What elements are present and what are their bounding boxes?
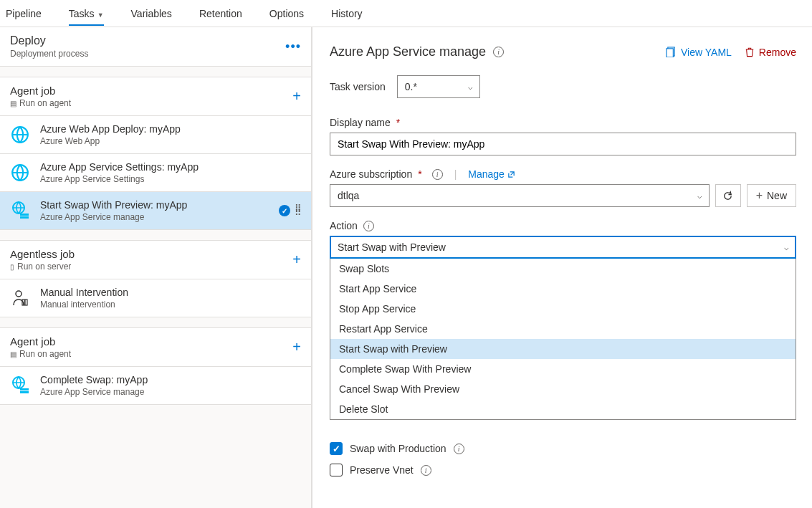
task-title: Complete Swap: myApp — [40, 374, 148, 385]
tab-variables[interactable]: Variables — [131, 2, 172, 25]
job-title: Agent job — [10, 335, 71, 348]
action-option[interactable]: Swap Slots — [330, 259, 796, 279]
info-icon[interactable]: i — [493, 47, 504, 57]
stage-subtitle: Deployment process — [10, 49, 88, 59]
task-version-select[interactable]: 0.* — [397, 75, 480, 98]
task-title: Start Swap With Preview: myApp — [40, 199, 187, 211]
view-yaml-button[interactable]: View YAML — [666, 47, 732, 58]
job-title: Agent job — [10, 85, 71, 97]
spacer — [0, 67, 311, 77]
add-task-button[interactable]: + — [292, 251, 301, 268]
tab-retention[interactable]: Retention — [199, 2, 242, 25]
agent-job-1-header[interactable]: Agent job ▤Run on agent + — [0, 77, 311, 116]
display-name-row: Display name * — [330, 117, 796, 155]
job-subtitle: ▯Run on server — [10, 262, 75, 272]
main-layout: Deploy Deployment process ••• Agent job … — [0, 27, 812, 508]
job-subtitle: ▤Run on agent — [10, 98, 71, 108]
swap-production-row: Swap with Production i — [330, 442, 796, 455]
info-icon[interactable]: i — [421, 465, 431, 476]
action-select[interactable]: Start Swap with Preview — [330, 236, 796, 259]
action-option[interactable]: Delete Slot — [330, 399, 796, 419]
new-subscription-button[interactable]: +New — [747, 184, 796, 207]
tab-tasks[interactable]: Tasks▼ — [69, 2, 104, 25]
tab-tasks-label: Tasks — [69, 8, 95, 19]
more-options-icon[interactable]: ••• — [285, 39, 301, 54]
job-title: Agentless job — [10, 248, 75, 260]
action-option[interactable]: Start Swap with Preview — [330, 339, 796, 359]
task-title: Manual Intervention — [40, 287, 128, 298]
task-manual-intervention[interactable]: Manual Intervention Manual intervention — [0, 279, 311, 317]
action-option[interactable]: Complete Swap With Preview — [330, 359, 796, 379]
svg-rect-12 — [667, 49, 673, 57]
task-subtitle: Azure App Service manage — [40, 387, 148, 397]
preserve-vnet-checkbox[interactable] — [330, 464, 343, 476]
globe-stack-icon — [10, 201, 30, 221]
task-subtitle: Azure App Service manage — [40, 212, 187, 222]
drag-handle-icon[interactable]: ⠿⠿ — [295, 206, 301, 215]
task-version-label: Task version — [330, 81, 386, 92]
tab-history[interactable]: History — [331, 2, 363, 25]
action-dropdown[interactable]: Swap Slots Start App Service Stop App Se… — [330, 259, 796, 420]
action-option[interactable]: Cancel Swap With Preview — [330, 379, 796, 399]
right-header: Azure App Service manage i View YAML Rem… — [330, 44, 796, 59]
tab-pipeline[interactable]: Pipeline — [6, 2, 42, 25]
task-row-actions: ⠿⠿ — [279, 205, 301, 216]
display-name-label: Display name * — [330, 117, 796, 128]
add-task-button[interactable]: + — [292, 88, 301, 105]
task-subtitle: Manual intervention — [40, 299, 128, 310]
task-start-swap-preview[interactable]: Start Swap With Preview: myApp Azure App… — [0, 192, 311, 230]
preserve-vnet-row: Preserve Vnet i — [330, 464, 796, 476]
add-task-button[interactable]: + — [292, 339, 301, 355]
task-title: Azure App Service Settings: myApp — [40, 161, 199, 173]
task-subtitle: Azure Web App — [40, 136, 181, 146]
required-indicator: * — [396, 117, 400, 128]
task-complete-swap[interactable]: Complete Swap: myApp Azure App Service m… — [0, 367, 311, 405]
info-icon[interactable]: i — [432, 169, 443, 180]
svg-rect-9 — [20, 388, 29, 390]
job-subtitle: ▤Run on agent — [10, 349, 71, 359]
remove-button[interactable]: Remove — [745, 47, 796, 58]
info-icon[interactable]: i — [363, 221, 374, 231]
agent-job-2-header[interactable]: Agent job ▤Run on agent + — [0, 327, 311, 367]
plus-icon: + — [756, 189, 763, 202]
subscription-select[interactable]: dtlqa — [330, 184, 710, 207]
server-icon: ▤ — [10, 350, 16, 358]
task-app-service-settings[interactable]: Azure App Service Settings: myApp Azure … — [0, 154, 311, 192]
person-icon — [10, 288, 30, 308]
agentless-job-header[interactable]: Agentless job ▯Run on server + — [0, 240, 311, 279]
spacer — [0, 317, 311, 327]
stage-title: Deploy — [10, 34, 88, 47]
tabs-bar: Pipeline Tasks▼ Variables Retention Opti… — [0, 0, 812, 27]
action-option[interactable]: Stop App Service — [330, 299, 796, 319]
server-icon: ▯ — [10, 263, 14, 271]
right-actions: View YAML Remove — [666, 47, 796, 58]
chevron-down-icon: ▼ — [97, 11, 104, 19]
stage-header[interactable]: Deploy Deployment process ••• — [0, 27, 311, 67]
refresh-button[interactable] — [715, 184, 741, 207]
preserve-vnet-label: Preserve Vnet — [350, 464, 414, 476]
check-badge-icon — [279, 205, 290, 216]
spacer — [0, 230, 311, 240]
subscription-row: Azure subscription * i | Manage dtlqa ⌵ … — [330, 168, 796, 207]
required-indicator: * — [418, 168, 421, 180]
tab-options[interactable]: Options — [269, 2, 304, 25]
svg-rect-7 — [25, 299, 27, 305]
action-option[interactable]: Start App Service — [330, 279, 796, 299]
manage-link[interactable]: Manage — [468, 168, 515, 180]
task-azure-web-app-deploy[interactable]: Azure Web App Deploy: myApp Azure Web Ap… — [0, 116, 311, 154]
task-version-row: Task version 0.* ⌵ — [330, 75, 796, 98]
external-link-icon — [507, 171, 515, 178]
svg-rect-10 — [20, 391, 29, 393]
task-subtitle: Azure App Service Settings — [40, 174, 199, 184]
right-title: Azure App Service manage i — [330, 44, 504, 59]
globe-icon — [10, 163, 30, 183]
server-icon: ▤ — [10, 100, 16, 107]
action-option[interactable]: Restart App Service — [330, 319, 796, 339]
swap-production-checkbox[interactable] — [330, 442, 343, 455]
svg-rect-4 — [20, 216, 29, 219]
subscription-label: Azure subscription * i | Manage — [330, 168, 796, 180]
display-name-input[interactable] — [330, 133, 796, 155]
info-icon[interactable]: i — [454, 444, 464, 454]
divider: | — [454, 168, 457, 180]
right-pane: Azure App Service manage i View YAML Rem… — [312, 27, 812, 508]
